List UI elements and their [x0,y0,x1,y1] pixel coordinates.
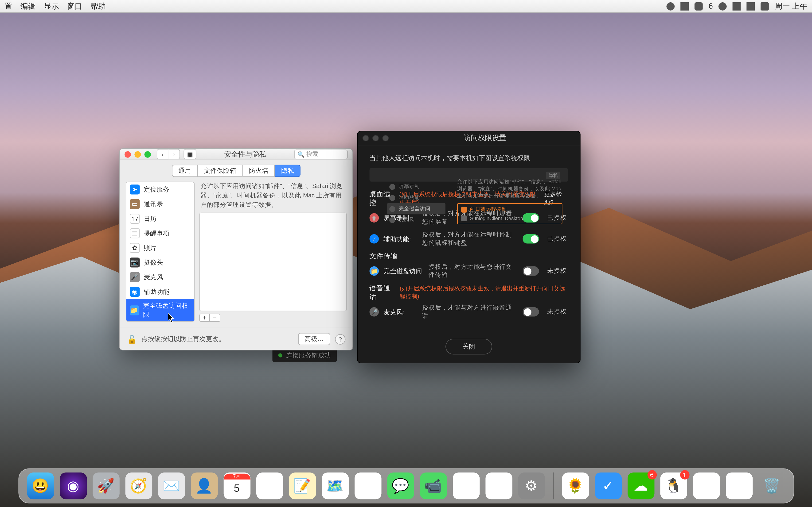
preview-image: 隐私 屏幕录制辅助功能完全磁盘访问麦克风 允许以下应用访问诸如"邮件"、"信息"… [369,168,568,182]
lock-icon[interactable]: 🔓 [127,334,137,344]
dock-icon-sunlogin[interactable]: 🌻 [562,472,589,499]
remove-button[interactable]: − [210,314,220,322]
status-icon[interactable] [667,2,675,10]
dock-icon-notes[interactable]: 📝 [289,472,315,499]
menu-item[interactable]: 置 [5,1,12,11]
add-button[interactable]: + [199,314,210,322]
dock-icon-dingtalk[interactable]: ✓ [595,472,621,499]
preview-item-icon [389,195,395,201]
permission-label: 完全磁盘访问: [384,267,424,275]
show-all-button[interactable]: ▦ [184,149,196,159]
zoom-button[interactable] [382,135,389,141]
window-titlebar[interactable]: 访问权限设置 [358,131,580,146]
system-preferences-window: ‹ › ▦ 安全性与隐私 🔍搜索 通用 文件保险箱 防火墙 隐私 ➤定位服务▭通… [119,148,353,350]
connection-status: 连接服务链成功 [272,349,337,362]
permission-toggle[interactable] [522,213,539,223]
dock-icon-launchpad[interactable]: 🚀 [92,472,119,499]
app-list[interactable] [199,213,347,311]
tab-general[interactable]: 通用 [172,165,198,177]
permission-desc: 授权后，对方才能与您进行文件传输 [428,263,518,279]
close-button[interactable] [124,151,131,157]
sidebar-item[interactable]: ◉辅助功能 [126,284,194,299]
dock-icon-downloads[interactable]: ⬇ [725,472,752,499]
dock-icon-appstore[interactable]: A [485,472,512,499]
app-icon [461,207,467,213]
dock-icon-safari[interactable]: 🧭 [125,472,152,499]
dock-icon-mail[interactable]: ✉️ [158,472,185,499]
sidebar-item[interactable]: 📁完全磁盘访问权限 [126,299,194,321]
dock-icon-baidunetdisk[interactable]: ☁ [693,472,719,499]
dialog-intro: 当其他人远程访问本机时，需要本机如下图设置系统权限 [369,154,568,162]
permission-toggle[interactable] [522,234,539,244]
dock-icon-siri[interactable]: ◉ [60,472,87,499]
tab-privacy[interactable]: 隐私 [275,165,300,177]
sidebar-item-label: 完全磁盘访问权限 [143,301,191,319]
tab-filevault[interactable]: 文件保险箱 [198,165,243,177]
status-icon[interactable] [681,2,689,10]
status-dot-icon [278,353,282,357]
menu-item[interactable]: 窗口 [67,1,83,11]
sidebar-item[interactable]: 🎤麦克风 [126,270,194,284]
sidebar-item-label: 麦克风 [144,273,163,281]
dock-glyph: 🧭 [130,477,147,494]
dock-icon-qq[interactable]: 🐧1 [660,472,687,499]
permission-icon: 🎤 [369,307,379,317]
app-icon [461,215,467,221]
dock-icon-reminders[interactable]: ☰ [256,472,283,499]
status-icon[interactable] [747,2,755,10]
advanced-button[interactable]: 高级… [298,333,331,345]
sidebar-item[interactable]: ☰提醒事项 [126,226,194,241]
app-name: 向日葵远程控制 [470,206,507,213]
close-button[interactable]: 关闭 [446,339,492,354]
preview-sidebar-item: 辅助功能 [387,192,446,203]
help-button[interactable]: ? [335,334,346,344]
forward-button[interactable]: › [168,149,180,159]
search-input[interactable]: 🔍搜索 [294,149,348,159]
input-method-icon[interactable] [761,2,769,10]
preview-app-row: SunloginClient_Desktop [461,215,558,221]
dock-icon-calendar[interactable]: 7月5 [223,472,250,499]
sidebar-item[interactable]: 📷摄像头 [126,255,194,270]
status-icon[interactable] [695,2,703,10]
lock-text: 点按锁按钮以防止再次更改。 [142,335,225,343]
sidebar-item[interactable]: ✿照片 [126,241,194,255]
section-title: 语音通话 [369,284,395,301]
dock-glyph: ☁ [634,477,648,494]
sidebar-item[interactable]: ▭通讯录 [126,197,194,211]
menu-item[interactable]: 帮助 [91,1,106,11]
dock-icon-facetime[interactable]: 📹 [420,472,446,499]
sidebar-item-label: 摄像头 [144,258,163,267]
preview-item-label: 完全磁盘访问 [399,205,430,213]
back-button[interactable]: ‹ [157,149,168,159]
permission-desc: 授权后，对方才能在远程时控制您的鼠标和键盘 [422,231,518,247]
status-icon[interactable] [733,2,741,10]
dock-icon-finder[interactable]: 😃 [27,472,54,499]
permission-label: 辅助功能: [384,234,417,243]
preview-sidebar-item: 完全磁盘访问 [387,203,446,214]
close-button[interactable] [362,135,369,141]
dock-glyph: 5 [234,482,240,494]
sidebar-item[interactable]: ➤定位服务 [126,182,194,197]
dock-icon-maps[interactable]: 🗺️ [321,472,348,499]
menubar-clock[interactable]: 周一 上午 [775,1,807,11]
dock-separator [553,472,554,499]
minimize-button[interactable] [135,151,141,157]
permission-toggle[interactable] [522,307,539,317]
permission-row: 📁完全磁盘访问:授权后，对方才能与您进行文件传输未授权 [369,261,568,282]
dock-icon-itunes[interactable]: ♪ [453,472,479,499]
zoom-button[interactable] [145,151,151,157]
minimize-button[interactable] [372,135,379,141]
status-icon[interactable] [719,2,727,10]
dock-icon-photos[interactable]: ✿ [354,472,381,499]
menu-item[interactable]: 显示 [44,1,59,11]
window-titlebar[interactable]: ‹ › ▦ 安全性与隐私 🔍搜索 [120,149,352,160]
tab-firewall[interactable]: 防火墙 [243,165,275,177]
permission-toggle[interactable] [522,266,539,276]
dock-icon-wechat[interactable]: ☁6 [627,472,654,499]
dock-icon-preferences[interactable]: ⚙ [518,472,545,499]
dock-icon-trash[interactable]: 🗑️ [758,472,785,499]
dock-icon-contacts[interactable]: 👤 [191,472,217,499]
sidebar-item[interactable]: 17日历 [126,212,194,226]
dock-icon-messages[interactable]: 💬 [387,472,414,499]
menu-item[interactable]: 编辑 [20,1,36,11]
